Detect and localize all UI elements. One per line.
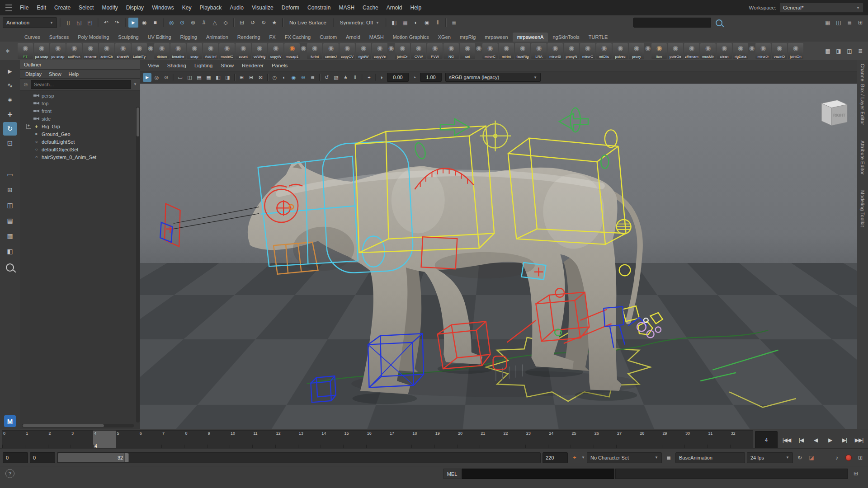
viewport-toolbar-icon[interactable] xyxy=(319,74,320,81)
timeline-frame[interactable]: 4 4 xyxy=(93,431,116,449)
timeline-frame[interactable]: 29 29 xyxy=(662,431,684,449)
shelf-button[interactable]: ◉ LRA xyxy=(531,43,547,59)
timeline-frame[interactable]: 26 26 xyxy=(594,431,616,449)
shelf-tab[interactable]: Motion Graphics xyxy=(388,33,434,42)
timeline-frame[interactable]: 14 14 xyxy=(321,431,343,449)
shelf-tab[interactable]: Sculpting xyxy=(113,33,143,42)
timeline-frame[interactable]: 18 18 xyxy=(411,431,434,449)
render-icon[interactable]: ◐ xyxy=(411,18,421,28)
playback-button[interactable]: |◀ xyxy=(794,432,808,448)
menu-item[interactable]: File xyxy=(16,0,33,15)
status-icon[interactable]: ► xyxy=(128,18,138,28)
viewport-toolbar-icon[interactable] xyxy=(173,74,174,81)
layout-button[interactable]: ▦ xyxy=(3,229,17,243)
playback-start-field[interactable]: 0 xyxy=(30,452,55,463)
timeline-frame[interactable]: 17 17 xyxy=(389,431,411,449)
timeline-frame[interactable]: 22 22 xyxy=(503,431,525,449)
outliner-item[interactable]: persp xyxy=(20,92,140,99)
status-icon[interactable]: ↺ xyxy=(248,18,258,28)
shelf-button[interactable]: ◉ faceRig xyxy=(515,43,530,59)
shelf-button[interactable]: ◉ xyxy=(148,43,153,59)
range-slider-bar[interactable]: 32 xyxy=(58,453,129,462)
timeline-frame[interactable]: 11 11 xyxy=(252,431,275,449)
viewport-toolbar-icon[interactable] xyxy=(234,74,235,81)
shelf-tab[interactable]: Curves xyxy=(20,33,45,42)
set-key-icon[interactable]: + xyxy=(570,453,580,463)
animation-start-field[interactable]: 0 xyxy=(3,452,28,463)
viewport-toolbar-icon[interactable]: ⊟ xyxy=(247,73,255,82)
shelf-tab[interactable]: TURTLE xyxy=(584,33,613,42)
playback-button[interactable]: ◀ xyxy=(808,432,823,448)
tool-button[interactable]: ⊡ xyxy=(3,136,17,150)
viewport-toolbar-icon[interactable]: ≋ xyxy=(308,73,317,82)
playback-button[interactable]: ▶ xyxy=(823,432,837,448)
outliner-item[interactable]: defaultLightSet xyxy=(20,138,140,145)
status-icon[interactable] xyxy=(282,18,283,27)
timeline-frame[interactable]: 19 19 xyxy=(434,431,457,449)
shelf-tab[interactable]: ngSkinTools xyxy=(548,33,584,42)
viewport-toolbar-icon[interactable]: ▤ xyxy=(195,73,203,82)
viewport-scene[interactable]: RIGHT xyxy=(140,84,857,429)
view-cube[interactable]: RIGHT xyxy=(821,100,847,126)
shelf-tab[interactable]: mrpaweenA xyxy=(513,33,548,42)
status-icon[interactable]: ◱ xyxy=(74,18,84,28)
viewport-toolbar-icon[interactable]: ◨ xyxy=(223,73,232,82)
viewport-toolbar-icon[interactable] xyxy=(362,74,363,81)
shelf-button[interactable]: ◉ ribbon xyxy=(154,43,170,59)
status-icon[interactable]: ▯ xyxy=(63,18,73,28)
shelf-button[interactable]: ◉ lion xyxy=(651,43,667,59)
right-panel-tab[interactable]: Channel Box / Layer Editor xyxy=(860,64,865,125)
outliner-title[interactable]: Outliner xyxy=(20,60,140,70)
shelf-tab[interactable]: Rigging xyxy=(176,33,202,42)
shelf-option-icon[interactable]: ▦ xyxy=(823,46,833,56)
shelf-button[interactable]: ◉ centerJ xyxy=(323,43,339,59)
shelf-button[interactable]: ◉ furInt xyxy=(307,43,322,59)
shelf-button[interactable]: ◉ xyxy=(749,43,755,59)
shelf-button[interactable]: ◉ proxy xyxy=(629,43,644,59)
shelf-button[interactable]: ◉ mirorSl xyxy=(547,43,563,59)
timeline-frame[interactable]: 5 5 xyxy=(116,431,138,449)
timeline-frame[interactable]: 2 2 xyxy=(48,431,71,449)
viewport-toolbar-icon[interactable]: ▭ xyxy=(176,73,184,82)
audio-icon[interactable]: ♪ xyxy=(832,453,842,463)
filter-icon[interactable]: ◎ xyxy=(23,82,28,87)
command-input[interactable] xyxy=(462,469,614,479)
current-frame-field[interactable]: 4 xyxy=(755,431,778,449)
menu-item[interactable]: Select xyxy=(75,0,98,15)
shelf-button[interactable]: ◉ musMir xyxy=(700,43,716,59)
status-icon[interactable]: ↷ xyxy=(112,18,122,28)
app-menu-icon[interactable] xyxy=(5,5,12,11)
status-icon[interactable]: ⊞ xyxy=(237,18,247,28)
timeline-frame[interactable]: 13 13 xyxy=(298,431,321,449)
shelf-button[interactable]: ◉ copyVe xyxy=(372,43,387,59)
sidebar-toggle-icon[interactable]: ◫ xyxy=(834,18,844,28)
timeline-frame[interactable]: 21 21 xyxy=(480,431,502,449)
shelf-button[interactable]: ◉ mirorJr xyxy=(755,43,771,59)
shelf-button[interactable]: ◉ count xyxy=(236,43,251,59)
viewport-toolbar-icon[interactable]: ▧ xyxy=(332,73,340,82)
shelf-button[interactable]: ◉ mocap1 xyxy=(284,43,300,59)
status-icon[interactable] xyxy=(125,18,126,27)
zoom-tool-icon[interactable] xyxy=(6,263,14,272)
timeline-frame[interactable]: 9 9 xyxy=(207,431,230,449)
shelf-button[interactable]: ◉ po-snap xyxy=(50,43,66,59)
timeline-frame[interactable]: 27 27 xyxy=(616,431,639,449)
shelf-button[interactable]: ◉ copyW xyxy=(268,43,283,59)
shelf-tab[interactable]: MASH xyxy=(365,33,388,42)
shelf-button[interactable]: ◉ rigData xyxy=(733,43,748,59)
workspace-dropdown[interactable]: General* ▼ xyxy=(779,3,863,13)
viewport-toolbar-icon[interactable]: ◉ xyxy=(289,73,298,82)
shelf-tab[interactable]: Animation xyxy=(202,33,233,42)
menu-set-dropdown[interactable]: Animation ▼ xyxy=(3,17,57,28)
viewport-toolbar-icon[interactable]: ⊞ xyxy=(237,73,246,82)
shelf-button[interactable]: ◉ jointOr xyxy=(395,43,410,59)
shelf-button[interactable]: ◉ xyxy=(301,43,306,59)
sidebar-toggle-icon[interactable]: ⊞ xyxy=(855,18,865,28)
timeline-frame[interactable]: 0 0 xyxy=(2,431,25,449)
menu-item[interactable]: Visualize xyxy=(248,0,278,15)
shelf-option-icon[interactable]: ◫ xyxy=(844,46,854,56)
timeline-track[interactable]: 0 0 1 1 2 2 3 3 4 4 5 xyxy=(2,430,753,450)
shelf-button[interactable]: ◉ rename xyxy=(83,43,98,59)
shelf-button[interactable]: ◉ LabelTy xyxy=(132,43,147,59)
menu-item[interactable]: Windows xyxy=(148,0,178,15)
